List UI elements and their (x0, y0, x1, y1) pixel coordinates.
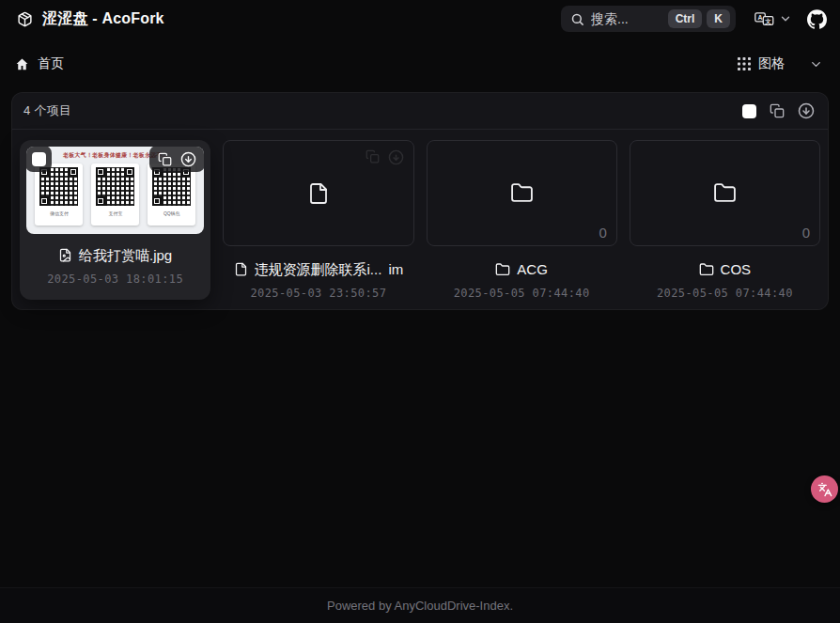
file-card-document[interactable]: 违规资源删除联系i... im 2025-05-03 23:50:57 (223, 140, 413, 300)
grid-view-icon (738, 57, 751, 70)
file-icon (234, 262, 248, 276)
card-checkbox[interactable] (32, 152, 46, 166)
file-name-row[interactable]: 给我打赏喵.jpg (58, 245, 172, 265)
search-icon (570, 12, 584, 26)
home-icon (15, 57, 29, 71)
folder-item-count: 0 (802, 225, 810, 241)
shortcut-keys: Ctrl K (668, 9, 730, 28)
qr-label: QQ钱包 (163, 210, 180, 217)
package-icon (17, 11, 33, 27)
copy-icon[interactable] (770, 103, 785, 118)
image-thumbnail[interactable]: 老板大气！老板身体健康！老板永远不... 微信支付 支付宝 QQ钱包 (26, 147, 204, 234)
qr-code (152, 167, 191, 206)
panel-header: 4 个项目 (12, 93, 828, 130)
translate-fab[interactable] (811, 475, 838, 503)
folder-name: COS (721, 259, 752, 279)
card-actions (149, 147, 204, 172)
chevron-down-icon (779, 12, 792, 25)
folder-name-row[interactable]: COS (699, 259, 752, 279)
footer: Powered by AnyCloudDrive-Index. (0, 587, 840, 623)
folder-icon (699, 262, 714, 277)
key-k: K (707, 9, 730, 28)
qr-code-card: QQ钱包 (148, 164, 195, 226)
folder-thumbnail[interactable]: 0 (427, 140, 617, 246)
github-icon (807, 9, 827, 29)
qr-code (39, 167, 78, 206)
footer-text: Powered by AnyCloudDrive-Index. (327, 599, 513, 613)
svg-text:A: A (758, 14, 763, 21)
file-icon (307, 182, 330, 205)
folder-icon (510, 181, 534, 205)
folder-date: 2025-05-05 07:44:40 (454, 287, 590, 300)
search-input[interactable] (591, 11, 649, 26)
nav-row: 首页 图格 (0, 38, 840, 90)
folder-item-count: 0 (599, 225, 606, 241)
folder-icon (713, 181, 737, 205)
download-icon[interactable] (180, 151, 196, 167)
site-title: 涩涩盘 - AcoFork (42, 9, 164, 29)
view-mode-label: 图格 (758, 55, 785, 72)
file-date: 2025-05-03 23:50:57 (250, 287, 386, 300)
folder-thumbnail[interactable]: 0 (630, 140, 820, 246)
qr-code (96, 167, 134, 206)
card-actions-faded (366, 149, 404, 165)
top-bar: 涩涩盘 - AcoFork Ctrl K A 文 (0, 0, 840, 38)
language-switcher[interactable]: A 文 (754, 10, 792, 27)
file-name-suffix: im (388, 259, 403, 279)
github-link[interactable] (807, 9, 827, 29)
breadcrumb[interactable]: 首页 (15, 55, 64, 72)
language-icon: A 文 (754, 10, 774, 27)
card-checkbox-wrap[interactable] (26, 147, 52, 172)
folder-card-acg[interactable]: 0 ACG 2025-05-05 07:44:40 (427, 140, 617, 300)
key-ctrl: Ctrl (668, 9, 703, 28)
breadcrumb-home-label: 首页 (38, 55, 64, 72)
file-card-image[interactable]: 老板大气！老板身体健康！老板永远不... 微信支付 支付宝 QQ钱包 (20, 140, 210, 300)
folder-name-row[interactable]: ACG (495, 259, 548, 279)
search-box[interactable]: Ctrl K (561, 6, 736, 32)
file-grid: 老板大气！老板身体健康！老板永远不... 微信支付 支付宝 QQ钱包 (12, 130, 828, 309)
folder-icon (495, 262, 510, 277)
download-icon[interactable] (798, 102, 815, 119)
qr-code-card: 微信支付 (35, 164, 83, 226)
translate-icon (817, 482, 832, 497)
qr-label: 支付宝 (108, 210, 122, 217)
file-thumbnail[interactable] (223, 140, 413, 246)
chevron-down-icon[interactable] (809, 57, 823, 71)
file-name-truncated: 违规资源删除联系i... (255, 259, 382, 279)
item-count-label: 4 个项目 (23, 102, 71, 119)
file-image-icon (58, 248, 72, 262)
view-mode-switcher[interactable]: 图格 (738, 55, 823, 72)
select-all-checkbox[interactable] (742, 104, 756, 118)
file-name-row[interactable]: 违规资源删除联系i... im (234, 259, 404, 279)
qr-code-card: 支付宝 (91, 164, 139, 226)
folder-card-cos[interactable]: 0 COS 2025-05-05 07:44:40 (630, 140, 820, 300)
file-date: 2025-05-03 18:01:15 (47, 273, 183, 286)
qr-label: 微信支付 (50, 210, 69, 217)
folder-name: ACG (517, 259, 548, 279)
svg-text:文: 文 (764, 18, 771, 24)
file-name: 给我打赏喵.jpg (79, 245, 172, 265)
brand[interactable]: 涩涩盘 - AcoFork (17, 9, 164, 29)
copy-icon[interactable] (158, 152, 172, 166)
file-list-panel: 4 个项目 老板大气！老板身体健康！老板永远不... 微信支付 (11, 92, 829, 310)
folder-date: 2025-05-05 07:44:40 (657, 287, 793, 300)
